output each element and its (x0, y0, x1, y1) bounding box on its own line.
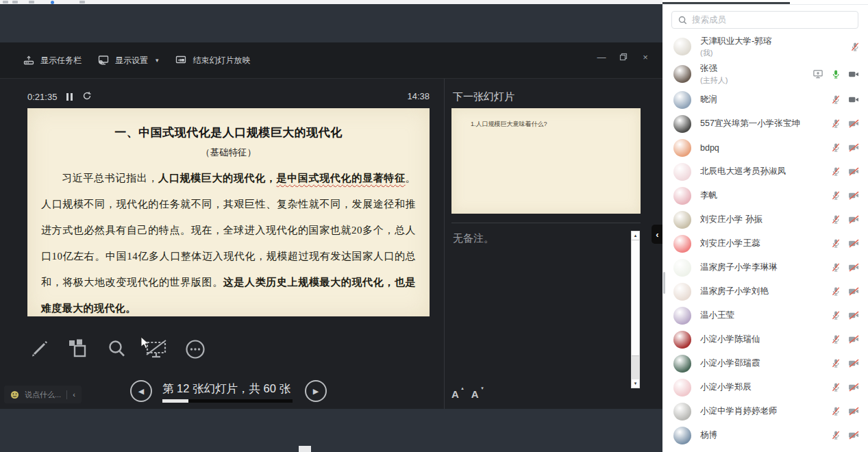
member-name: 小淀小学邵瑞霞 (700, 357, 831, 369)
scroll-up-button[interactable]: ▴ (632, 231, 639, 240)
camera-icon[interactable] (848, 70, 860, 79)
member-row[interactable]: 小淀小学郑辰 (662, 375, 868, 399)
minimize-button[interactable]: — (595, 51, 608, 63)
sidebar-tab-strip[interactable] (662, 0, 868, 5)
microphone-icon[interactable] (831, 262, 841, 273)
black-screen-button[interactable] (145, 338, 168, 361)
member-info: 小淀中学肖婷婷老师 (700, 405, 831, 417)
slide-stage: 0:21:35 14:38 一、中国式现代化是人口规模巨大的现代化 （基础特征）… (0, 79, 444, 409)
notes-scrollbar[interactable]: ▴ ▾ (631, 231, 640, 388)
close-button[interactable]: × (639, 51, 652, 63)
collapse-panel-button[interactable]: ‹ (652, 225, 663, 244)
background-icon (51, 1, 54, 4)
magnifier-icon (107, 339, 127, 360)
camera-icon[interactable] (848, 335, 860, 344)
presenter-toolbar: 显示任务栏 显示设置 ▾ (0, 42, 662, 79)
scrollbar-track[interactable] (632, 356, 639, 381)
microphone-icon[interactable] (831, 430, 841, 440)
microphone-icon[interactable] (831, 406, 841, 416)
restart-timer-button[interactable] (82, 91, 92, 103)
member-row[interactable]: 天津职业大学-郭瑢 (我) (662, 33, 868, 60)
member-status-icons (831, 430, 860, 440)
member-name: 刘安庄小学 孙振 (700, 214, 831, 225)
chat-placeholder[interactable]: 说点什么... (25, 390, 61, 400)
microphone-icon[interactable] (831, 286, 841, 297)
pause-timer-button[interactable] (66, 93, 73, 101)
member-row[interactable]: 温小王莹 (662, 303, 868, 327)
collapse-chat-icon[interactable]: ‹ (73, 390, 75, 399)
microphone-icon[interactable] (831, 334, 841, 344)
screen-share-icon (813, 69, 823, 79)
show-taskbar-button[interactable]: 显示任务栏 (23, 55, 82, 66)
camera-icon[interactable] (848, 407, 860, 416)
member-row[interactable]: 晓润 (662, 88, 868, 112)
slide-browser-button[interactable] (66, 338, 90, 361)
member-row[interactable]: 刘安庄小学王蕊 (662, 231, 868, 255)
member-row[interactable]: 557宜兴埠第一小学张宝坤 (662, 112, 868, 136)
camera-icon[interactable] (848, 311, 860, 320)
microphone-icon[interactable] (831, 190, 841, 201)
camera-icon[interactable] (848, 431, 860, 440)
microphone-icon[interactable] (831, 166, 841, 177)
member-row[interactable]: 北辰电大巡考员孙淑凤 (662, 160, 868, 184)
microphone-icon[interactable] (831, 310, 841, 321)
microphone-icon[interactable] (850, 42, 860, 52)
pen-tool-button[interactable] (27, 338, 51, 361)
member-search-input[interactable]: 搜索成员 (671, 11, 858, 29)
end-slideshow-button[interactable]: 结束幻灯片放映 (175, 55, 251, 66)
scroll-down-button[interactable]: ▾ (632, 379, 639, 388)
more-options-button[interactable] (184, 338, 207, 361)
member-avatar (673, 403, 691, 420)
previous-slide-button[interactable]: ◀ (130, 380, 152, 402)
camera-icon[interactable] (848, 239, 860, 248)
microphone-icon[interactable] (831, 238, 841, 249)
chat-input-pill[interactable]: 说点什么... ‹ (4, 386, 82, 403)
next-slide-preview[interactable]: 1.人口规模巨大意味着什么? (451, 108, 641, 214)
microphone-icon[interactable] (831, 382, 841, 392)
zoom-tool-button[interactable] (106, 338, 129, 361)
camera-icon[interactable] (848, 119, 860, 128)
microphone-icon[interactable] (831, 142, 841, 153)
font-increase-button[interactable]: A ▴ (451, 388, 459, 400)
member-status-icons (850, 42, 860, 52)
camera-icon[interactable] (848, 191, 860, 200)
slide-progress-track (162, 399, 293, 403)
member-row[interactable]: 小淀小学邵瑞霞 (662, 351, 868, 375)
display-settings-button[interactable]: 显示设置 ▾ (98, 55, 159, 66)
member-info: 天津职业大学-郭瑢 (我) (700, 36, 850, 58)
camera-icon[interactable] (848, 167, 860, 176)
microphone-icon[interactable] (831, 214, 841, 225)
current-slide: 一、中国式现代化是人口规模巨大的现代化 （基础特征） 习近平总书记指出，人口规模… (27, 108, 430, 316)
font-decrease-button[interactable]: A ▾ (471, 388, 479, 400)
scrollbar-thumb[interactable] (632, 240, 639, 356)
microphone-icon[interactable] (831, 118, 841, 129)
member-row[interactable]: 小淀小学陈瑞仙 (662, 327, 868, 351)
member-row[interactable]: 小淀中学肖婷婷老师 (662, 399, 868, 423)
restore-button[interactable] (617, 51, 630, 63)
microphone-icon[interactable] (831, 69, 841, 79)
microphone-icon[interactable] (831, 95, 841, 105)
member-list-scrollbar[interactable] (663, 272, 665, 294)
member-row[interactable]: 温家房子小学刘艳 (662, 279, 868, 303)
camera-icon[interactable] (848, 95, 860, 104)
notes-font-controls: A ▴ A ▾ (451, 388, 479, 400)
slide-title: 一、中国式现代化是人口规模巨大的现代化 (41, 125, 416, 140)
camera-icon[interactable] (848, 143, 860, 152)
camera-icon[interactable] (848, 215, 860, 224)
member-row[interactable]: 李帆 (662, 184, 868, 208)
camera-icon[interactable] (848, 287, 860, 296)
member-row[interactable]: 温家房子小学李琳琳 (662, 255, 868, 279)
camera-icon[interactable] (848, 263, 860, 272)
member-row[interactable]: 刘安庄小学 孙振 (662, 208, 868, 231)
member-row[interactable]: 杨博 (662, 423, 868, 447)
camera-icon[interactable] (848, 359, 860, 368)
next-slide-button[interactable]: ▶ (305, 380, 327, 402)
member-row[interactable]: 张强 (主持人) (662, 60, 868, 88)
emoji-icon[interactable] (10, 390, 19, 399)
camera-icon[interactable] (848, 383, 860, 392)
member-row[interactable]: bdpq (662, 136, 868, 160)
search-placeholder: 搜索成员 (692, 14, 726, 26)
microphone-icon[interactable] (831, 358, 841, 368)
member-info: bdpq (700, 143, 831, 153)
member-info: 小淀小学陈瑞仙 (700, 334, 831, 345)
